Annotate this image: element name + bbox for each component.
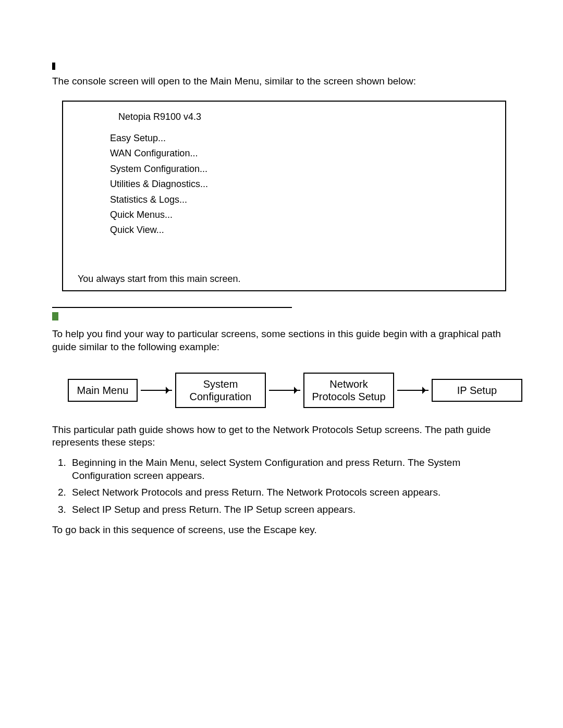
section-divider — [52, 307, 292, 308]
section-marker-icon — [52, 312, 58, 320]
flow-box-main-menu: Main Menu — [68, 379, 138, 402]
section-marker-icon — [52, 63, 55, 70]
console-screenshot: Netopia R9100 v4.3 Easy Setup... WAN Con… — [62, 101, 506, 292]
step-item: Select Network Protocols and press Retur… — [69, 486, 516, 499]
console-footer: You always start from this main screen. — [78, 273, 495, 285]
menu-item: Easy Setup... — [110, 132, 495, 144]
step-item: Beginning in the Main Menu, select Syste… — [69, 456, 516, 482]
escape-paragraph: To go back in this sequence of screens, … — [52, 524, 516, 537]
menu-item: WAN Configuration... — [110, 147, 495, 159]
flow-box-ip-setup: IP Setup — [432, 379, 522, 402]
path-guide-diagram: Main Menu System Configuration Network P… — [68, 373, 516, 408]
step-item: Select IP Setup and press Return. The IP… — [69, 503, 516, 516]
console-menu: Easy Setup... WAN Configuration... Syste… — [110, 132, 495, 237]
menu-item: Utilities & Diagnostics... — [110, 178, 495, 190]
arrow-right-icon — [269, 390, 300, 391]
flow-box-system-configuration: System Configuration — [175, 373, 266, 408]
page: The console screen will open to the Main… — [0, 0, 563, 536]
menu-item: Quick View... — [110, 224, 495, 236]
menu-item: System Configuration... — [110, 163, 495, 175]
console-title: Netopia R9100 v4.3 — [118, 111, 495, 123]
flow-box-network-protocols-setup: Network Protocols Setup — [303, 373, 394, 408]
nav-intro-paragraph: To help you ﬁnd your way to particular s… — [52, 328, 516, 353]
menu-item: Quick Menus... — [110, 209, 495, 221]
intro-paragraph: The console screen will open to the Main… — [52, 75, 516, 88]
arrow-right-icon — [141, 390, 172, 391]
steps-list: Beginning in the Main Menu, select Syste… — [54, 456, 516, 516]
menu-item: Statistics & Logs... — [110, 194, 495, 206]
arrow-right-icon — [397, 390, 429, 391]
after-flow-paragraph: This particular path guide shows how to … — [52, 424, 516, 449]
